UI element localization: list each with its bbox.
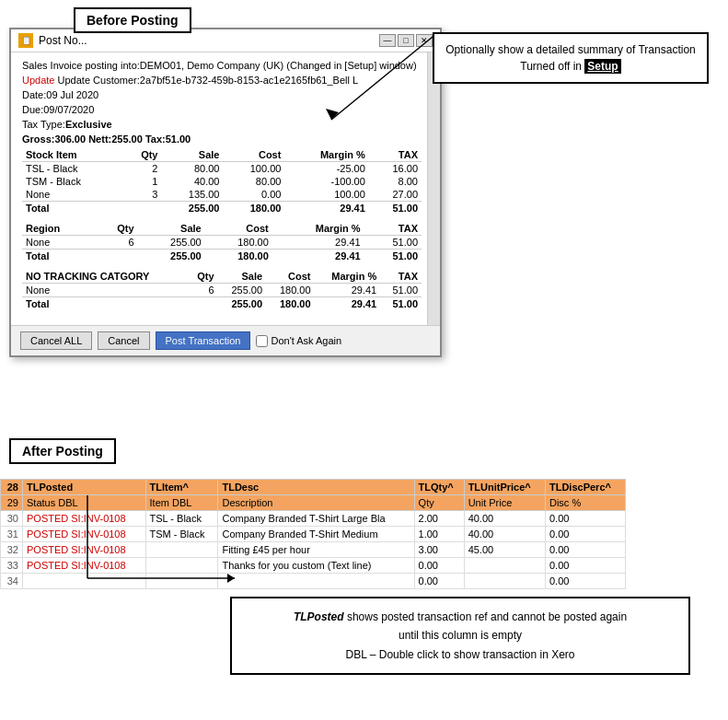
dialog-subtitle: Sales Invoice posting into:DEMO01, Demo … bbox=[22, 60, 422, 71]
table-row: 30 POSTED SI:INV-0108 TSL - Black Compan… bbox=[1, 511, 626, 527]
price-cell: 40.00 bbox=[464, 527, 545, 542]
disc-header: Disc % bbox=[545, 495, 625, 511]
posted-status[interactable]: POSTED SI:INV-0108 bbox=[23, 542, 146, 558]
disc-cell: 0.00 bbox=[545, 542, 625, 558]
table-row: 34 0.00 0.00 bbox=[1, 574, 626, 589]
after-posting-label: After Posting bbox=[9, 438, 116, 464]
callout-bottom-line1: TLPosted shows posted transaction ref an… bbox=[294, 610, 627, 661]
qty-cell: 0.00 bbox=[414, 574, 464, 589]
dialog-title-left: 📋 Post No... bbox=[18, 33, 87, 48]
after-posting-grid: 28 TLPosted TLItem^ TLDesc TLQty^ TLUnit… bbox=[0, 479, 626, 589]
row-num: 30 bbox=[1, 511, 23, 527]
item-cell: TSM - Black bbox=[145, 527, 218, 542]
price-cell: 45.00 bbox=[464, 542, 545, 558]
sub-header-row: 29 Status DBL Item DBL Description Qty U… bbox=[1, 495, 626, 511]
minimize-button[interactable]: — bbox=[379, 34, 396, 47]
table-row: TSL - Black280.00100.00-25.0016.00 bbox=[22, 162, 422, 176]
dialog-date-line: Date:09 Jul 2020 bbox=[22, 89, 422, 100]
post-transaction-button[interactable]: Post Transaction bbox=[156, 331, 251, 350]
dialog-tax-line: Tax Type:Exclusive bbox=[22, 119, 422, 130]
table-row: None6255.00180.0029.4151.00 bbox=[22, 284, 422, 297]
row-num: 32 bbox=[1, 542, 23, 558]
row-num: 33 bbox=[1, 558, 23, 574]
table-row: 32 POSTED SI:INV-0108 Fitting £45 per ho… bbox=[1, 542, 626, 558]
table-row: None6255.00180.0029.4151.00 bbox=[22, 236, 422, 250]
total-row: Total255.00180.0029.4151.00 bbox=[22, 250, 422, 263]
qty-cell: 2.00 bbox=[414, 511, 464, 527]
desc-cell: Company Branded T-Shirt Large Bla bbox=[218, 511, 414, 527]
empty-cell bbox=[145, 574, 218, 589]
price-cell bbox=[464, 558, 545, 574]
grid-section: 28 TLPosted TLItem^ TLDesc TLQty^ TLUnit… bbox=[0, 479, 626, 589]
total-row: Total255.00180.0029.4151.00 bbox=[22, 202, 422, 215]
status-dbl-header: Status DBL bbox=[23, 495, 146, 511]
item-cell: TSL - Black bbox=[145, 511, 218, 527]
empty-cell bbox=[464, 574, 545, 589]
tldiscperc-header: TLDiscPerc^ bbox=[545, 480, 625, 495]
disc-cell: 0.00 bbox=[545, 558, 625, 574]
desc-cell: Company Branded T-Shirt Medium bbox=[218, 527, 414, 542]
scrollbar[interactable] bbox=[427, 52, 440, 325]
dialog-body: Sales Invoice posting into:DEMO01, Demo … bbox=[11, 52, 440, 325]
item-dbl-header: Item DBL bbox=[145, 495, 218, 511]
tlqty-header: TLQty^ bbox=[414, 480, 464, 495]
unit-price-header: Unit Price bbox=[464, 495, 545, 511]
close-button[interactable]: ✕ bbox=[416, 34, 433, 47]
callout-bottom: TLPosted shows posted transaction ref an… bbox=[230, 597, 690, 675]
empty-cell bbox=[23, 574, 146, 589]
stock-item-table: Stock Item Qty Sale Cost Margin % TAX TS… bbox=[22, 148, 422, 215]
qty-cell: 1.00 bbox=[414, 527, 464, 542]
empty-cell: 0.00 bbox=[545, 574, 625, 589]
callout-top-text1: Optionally show a detailed summary of Tr… bbox=[445, 43, 695, 73]
item-cell bbox=[145, 558, 218, 574]
disc-cell: 0.00 bbox=[545, 511, 625, 527]
table-row: TSM - Black140.0080.00-100.008.00 bbox=[22, 175, 422, 188]
posted-status[interactable]: POSTED SI:INV-0108 bbox=[23, 558, 146, 574]
setup-label: Setup bbox=[584, 59, 620, 74]
dialog-icon: 📋 bbox=[18, 33, 33, 48]
empty-cell bbox=[218, 574, 414, 589]
callout-top: Optionally show a detailed summary of Tr… bbox=[433, 32, 709, 84]
region-table: Region Qty Sale Cost Margin % TAX None62… bbox=[22, 222, 422, 262]
no-tracking-table: NO TRACKING CATGORY Qty Sale Cost Margin… bbox=[22, 270, 422, 310]
row-num: 34 bbox=[1, 574, 23, 589]
qty-cell: 0.00 bbox=[414, 558, 464, 574]
col-header-row: 28 TLPosted TLItem^ TLDesc TLQty^ TLUnit… bbox=[1, 480, 626, 495]
maximize-button[interactable]: □ bbox=[398, 34, 414, 47]
tldesc-header: TLDesc bbox=[218, 480, 414, 495]
row-num-29: 29 bbox=[1, 495, 23, 511]
dont-ask-checkbox[interactable] bbox=[256, 335, 268, 347]
cancel-all-button[interactable]: Cancel ALL bbox=[20, 331, 92, 350]
desc-cell: Fitting £45 per hour bbox=[218, 542, 414, 558]
dialog-title: Post No... bbox=[39, 34, 87, 47]
disc-cell: 0.00 bbox=[545, 527, 625, 542]
dialog-gross-line: Gross:306.00 Nett:255.00 Tax:51.00 bbox=[22, 134, 422, 145]
table-row: None3135.000.00100.0027.00 bbox=[22, 188, 422, 202]
before-posting-label: Before Posting bbox=[74, 7, 191, 33]
cancel-button[interactable]: Cancel bbox=[98, 331, 149, 350]
dialog-title-controls[interactable]: — □ ✕ bbox=[379, 34, 433, 47]
posted-status[interactable]: POSTED SI:INV-0108 bbox=[23, 527, 146, 542]
row-num-28: 28 bbox=[1, 480, 23, 495]
table-row: 31 POSTED SI:INV-0108 TSM - Black Compan… bbox=[1, 527, 626, 542]
dont-ask-checkbox-label[interactable]: Don't Ask Again bbox=[256, 335, 341, 347]
dialog-update-line: Update Update Customer:2a7bf51e-b732-459… bbox=[22, 75, 422, 86]
item-cell bbox=[145, 542, 218, 558]
tlunitprice-header: TLUnitPrice^ bbox=[464, 480, 545, 495]
row-num: 31 bbox=[1, 527, 23, 542]
dialog-window: 📋 Post No... — □ ✕ Sales Invoice posting… bbox=[9, 28, 442, 357]
dont-ask-label: Don't Ask Again bbox=[271, 335, 341, 346]
tlitem-header: TLItem^ bbox=[145, 480, 218, 495]
price-cell: 40.00 bbox=[464, 511, 545, 527]
desc-cell: Thanks for you custom (Text line) bbox=[218, 558, 414, 574]
qty-cell: 3.00 bbox=[414, 542, 464, 558]
tlposted-header: TLPosted bbox=[23, 480, 146, 495]
description-header: Description bbox=[218, 495, 414, 511]
dialog-due-line: Due:09/07/2020 bbox=[22, 104, 422, 115]
posted-status[interactable]: POSTED SI:INV-0108 bbox=[23, 511, 146, 527]
dialog-footer: Cancel ALL Cancel Post Transaction Don't… bbox=[11, 325, 440, 355]
table-row: 33 POSTED SI:INV-0108 Thanks for you cus… bbox=[1, 558, 626, 574]
total-row: Total255.00180.0029.4151.00 bbox=[22, 297, 422, 311]
qty-header: Qty bbox=[414, 495, 464, 511]
